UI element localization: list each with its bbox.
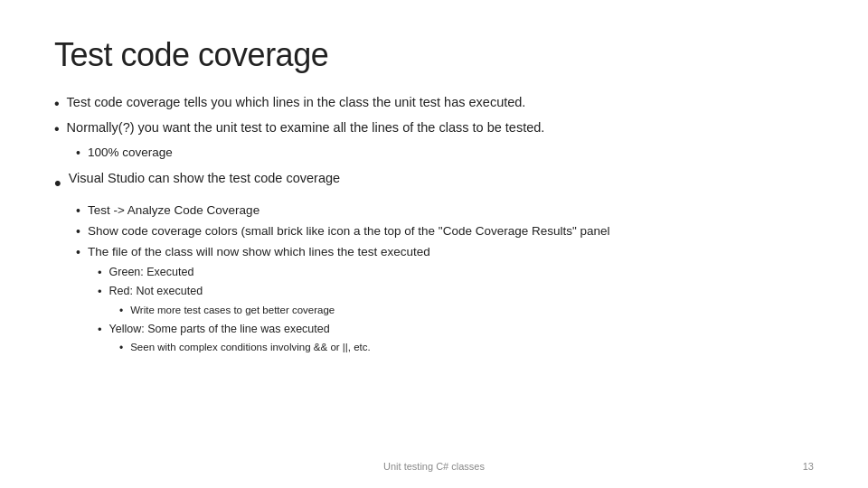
footer: Unit testing C# classes — [0, 461, 868, 472]
sub-sub-bullet-green-text: Green: Executed — [109, 264, 194, 281]
sub-bullet-coverage-text: 100% coverage — [88, 144, 173, 162]
bullet-2-dot: • — [54, 119, 60, 139]
bullet-vs-dot: • — [54, 170, 61, 198]
sub-bullet-analyze-text: Test -> Analyze Code Coverage — [88, 202, 259, 220]
slide-content: • Test code coverage tells you which lin… — [54, 92, 814, 461]
sub-sub-bullet-red: • Red: Not executed — [98, 283, 814, 301]
sub-bullet-file-dot: • — [76, 243, 80, 262]
sub-sub-bullet-green-dot: • — [98, 264, 102, 282]
sub-sub-sub-bullet-write-dot: • — [119, 303, 123, 319]
sub-bullet-analyze-dot: • — [76, 202, 80, 221]
sub-sub-sub-bullet-seen: • Seen with complex conditions involving… — [119, 340, 814, 356]
sub-bullet-coverage: • 100% coverage — [76, 144, 814, 163]
sub-sub-sub-bullet-seen-text: Seen with complex conditions involving &… — [130, 340, 371, 355]
bullet-vs: • Visual Studio can show the test code c… — [54, 168, 814, 198]
sub-bullet-colors-text: Show code coverage colors (small brick l… — [88, 222, 610, 240]
bullet-vs-text: Visual Studio can show the test code cov… — [69, 168, 340, 188]
sub-sub-sub-bullet-write-text: Write more test cases to get better cove… — [130, 303, 335, 318]
sub-sub-bullet-green: • Green: Executed — [98, 264, 814, 282]
sub-sub-sub-bullet-seen-dot: • — [119, 340, 123, 356]
sub-bullet-coverage-dot: • — [76, 144, 80, 163]
bullet-2-text: Normally(?) you want the unit test to ex… — [67, 117, 545, 137]
sub-bullet-colors: • Show code coverage colors (small brick… — [76, 222, 814, 241]
bullet-1: • Test code coverage tells you which lin… — [54, 92, 814, 114]
sub-sub-bullet-yellow-dot: • — [98, 321, 102, 339]
sub-sub-sub-bullet-write: • Write more test cases to get better co… — [119, 303, 814, 319]
sub-sub-bullet-red-dot: • — [98, 283, 102, 301]
slide-title: Test code coverage — [54, 36, 814, 74]
sub-bullet-file-text: The file of the class will now show whic… — [88, 243, 430, 261]
sub-bullet-colors-dot: • — [76, 222, 80, 241]
sub-sub-bullet-red-text: Red: Not executed — [109, 283, 203, 300]
bullet-1-text: Test code coverage tells you which lines… — [67, 92, 526, 112]
slide: Test code coverage • Test code coverage … — [0, 0, 868, 488]
bullet-1-dot: • — [54, 94, 60, 114]
sub-bullet-file: • The file of the class will now show wh… — [76, 243, 814, 262]
sub-sub-bullet-yellow: • Yellow: Some parts of the line was exe… — [98, 321, 814, 339]
sub-sub-bullet-yellow-text: Yellow: Some parts of the line was execu… — [109, 321, 330, 338]
footer-center-text: Unit testing C# classes — [383, 461, 485, 472]
bullet-2: • Normally(?) you want the unit test to … — [54, 117, 814, 139]
footer-page-number: 13 — [803, 461, 814, 472]
sub-bullet-analyze: • Test -> Analyze Code Coverage — [76, 202, 814, 221]
